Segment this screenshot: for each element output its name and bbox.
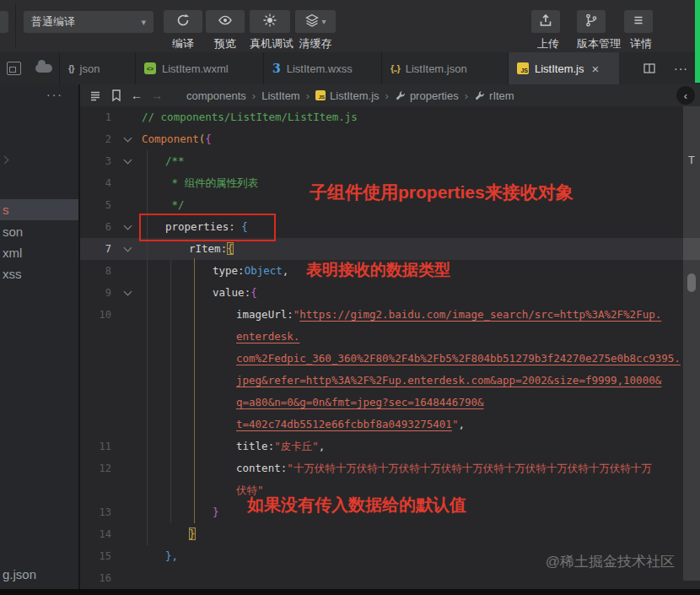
fold-toggle[interactable]	[119, 128, 136, 150]
eye-button[interactable]	[206, 10, 245, 33]
code-text: title:"皮卡丘",	[136, 435, 325, 457]
code-editor[interactable]: 1// components/ListItem/ListItem.js2Comp…	[80, 106, 700, 589]
breadcrumb-item-listitem[interactable]: ListItem	[261, 89, 300, 102]
editor-scrollbar[interactable]: T	[683, 106, 700, 581]
more-tabs-button[interactable]: ···	[674, 52, 688, 84]
code-text: value:{	[136, 282, 257, 304]
fold-toggle[interactable]	[119, 216, 136, 238]
sidebar-item-s[interactable]: s	[0, 199, 78, 220]
file-tree-sidebar: ··· ssonxmlxss g.json	[0, 84, 80, 589]
annotation-note-1: 子组件使用properties来接收对象	[310, 181, 573, 204]
compile-mode-label: 普通编译	[31, 14, 75, 30]
line-number	[80, 392, 119, 414]
upload-button[interactable]	[531, 10, 560, 33]
fold-toggle	[119, 106, 136, 128]
code-text: com%2Fedpic_360_360%2F80%2F4b%2Fb5%2F804…	[136, 348, 681, 370]
sidebar-item-gjson[interactable]: g.json	[0, 564, 78, 585]
code-text: 伏特"	[136, 479, 264, 501]
line-number: 6	[80, 216, 119, 238]
code-text	[136, 567, 142, 589]
fold-toggle[interactable]	[119, 150, 136, 172]
fold-toggle	[119, 545, 136, 567]
code-line-2[interactable]: 2Component({	[80, 128, 700, 150]
line-number: 8	[80, 260, 119, 282]
cloud-icon[interactable]	[35, 64, 52, 73]
layers-button[interactable]: ▾	[295, 10, 336, 33]
tab-listitem-json[interactable]: {..}ListItem.json	[381, 52, 508, 84]
code-text: enterdesk.	[136, 326, 299, 348]
green-accent-strip	[695, 0, 700, 83]
line-number	[80, 348, 119, 370]
fold-toggle	[119, 501, 136, 523]
fold-toggle[interactable]	[119, 282, 136, 304]
back-arrow-icon[interactable]: ←	[131, 89, 143, 102]
tab-listitem-wxss[interactable]: 3ListItem.wxss	[263, 52, 381, 84]
code-line-11[interactable]: 11title:"皮卡丘",	[80, 435, 700, 457]
fold-toggle[interactable]	[119, 238, 136, 260]
line-number: 16	[80, 567, 119, 589]
code-line-14[interactable]: 14}	[80, 523, 700, 545]
toolbar-action-label: 详情	[624, 36, 658, 51]
code-text: type:Object,	[136, 260, 288, 282]
compile-mode-dropdown[interactable]: 普通编译 ▾	[24, 11, 153, 33]
main-area: ··· ssonxmlxss g.json ← → components›Lis…	[0, 84, 700, 589]
code-text: jpeg&refer=http%3A%2F%2Fup.enterdesk.com…	[136, 370, 661, 392]
simulator-toggle-icon[interactable]	[7, 62, 21, 75]
line-number: 15	[80, 545, 119, 567]
code-line-12[interactable]: 12content:"十万伏特十万伏特十万伏特十万伏特十万伏特十万伏特十万伏特十…	[80, 457, 700, 479]
toolbar-action-refresh: 编译	[164, 10, 202, 51]
forward-arrow-icon[interactable]: →	[151, 89, 163, 102]
bottom-bar	[0, 589, 700, 595]
js-icon: JS	[517, 62, 529, 74]
chevron-down-icon	[123, 156, 132, 165]
breadcrumb-label: ListItem.js	[330, 89, 380, 102]
line-number: 5	[80, 194, 119, 216]
bookmark-icon[interactable]	[110, 89, 122, 102]
refresh-button[interactable]	[164, 10, 202, 33]
breadcrumb-item-properties[interactable]: properties	[395, 89, 459, 102]
editor-column: ← → components›ListItem›JSListItem.js›pr…	[80, 84, 700, 589]
fold-toggle	[119, 172, 136, 194]
tab-listitem-wxml[interactable]: <>ListItem.wxml	[135, 52, 263, 84]
collapse-panel-button[interactable]: ‹	[676, 86, 695, 105]
cutoff-button[interactable]	[0, 11, 8, 33]
breadcrumb-item-components[interactable]: components	[186, 89, 246, 102]
breadcrumb-item-ritem[interactable]: rItem	[474, 89, 514, 102]
line-number: 9	[80, 282, 119, 304]
breadcrumb-separator: ›	[459, 89, 474, 102]
indent-guide	[147, 150, 148, 545]
code-line-wrap[interactable]: enterdesk.	[80, 326, 700, 348]
fold-toggle	[119, 414, 136, 435]
code-line-9[interactable]: 9value:{	[80, 282, 700, 304]
breadcrumb-item-listitem-js[interactable]: JSListItem.js	[315, 89, 380, 102]
scrollbar-thumb[interactable]	[687, 273, 696, 292]
json-doc-icon: {}	[68, 63, 74, 73]
tab-label: ListItem.wxss	[287, 62, 353, 75]
code-line-wrap[interactable]: jpeg&refer=http%3A%2F%2Fup.enterdesk.com…	[80, 370, 700, 392]
sidebar-item-xml[interactable]: xml	[0, 242, 78, 263]
sidebar-item-son[interactable]: son	[0, 221, 78, 242]
toolbar-action-label: 上传	[531, 36, 565, 51]
toolbar-action-label: 清缓存	[295, 36, 336, 51]
code-line-10[interactable]: 10imageUrl:"https://gimg2.baidu.com/imag…	[80, 304, 700, 326]
close-icon[interactable]: ×	[592, 62, 600, 75]
code-line-wrap[interactable]: q=a80&n=0&g=0n&fmt=jpeg?sec=1648446790&	[80, 392, 700, 414]
sidebar-more-button[interactable]: ···	[46, 88, 63, 101]
toolbar-action-eye: 预览	[206, 10, 245, 51]
code-text: q=a80&n=0&g=0n&fmt=jpeg?sec=1648446790&	[136, 392, 484, 414]
outline-list-icon[interactable]	[89, 89, 102, 102]
sidebar-item-xss[interactable]: xss	[0, 263, 78, 284]
tab-listitem-js[interactable]: JSListItem.js×	[508, 52, 619, 84]
code-line-3[interactable]: 3/**	[80, 150, 700, 172]
code-line-wrap[interactable]: t=402c74db5512e66fcbbf8a0493275401",	[80, 414, 700, 435]
bug-button[interactable]	[250, 10, 290, 33]
code-text: // components/ListItem/ListItem.js	[136, 106, 358, 128]
chevron-down-icon	[123, 134, 132, 143]
code-line-wrap[interactable]: com%2Fedpic_360_360%2F80%2F4b%2Fb5%2F804…	[80, 348, 700, 370]
branch-button[interactable]	[577, 10, 606, 33]
tab-json[interactable]: {}json	[59, 52, 135, 84]
line-number	[80, 370, 119, 392]
menu-button[interactable]	[624, 10, 653, 33]
split-editor-button[interactable]	[643, 52, 656, 84]
code-line-1[interactable]: 1// components/ListItem/ListItem.js	[80, 106, 700, 128]
